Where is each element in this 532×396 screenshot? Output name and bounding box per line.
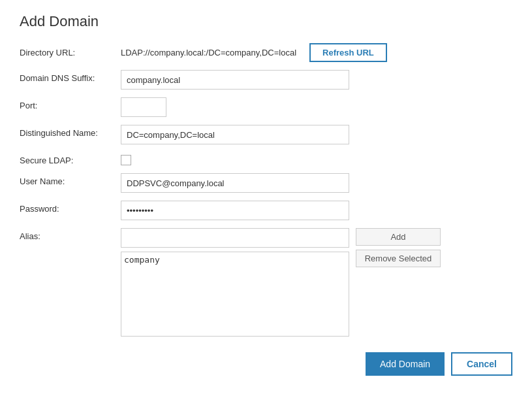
alias-buttons: Add Remove Selected — [356, 228, 441, 267]
password-label: Password: — [20, 201, 121, 214]
alias-row: Alias: Add Remove Selected — [20, 228, 512, 337]
alias-listbox[interactable] — [121, 252, 349, 337]
secure-ldap-control — [121, 152, 131, 165]
domain-dns-suffix-row: Domain DNS Suffix: — [20, 70, 512, 90]
user-name-label: User Name: — [20, 173, 121, 186]
port-control — [121, 97, 349, 117]
cancel-button[interactable]: Cancel — [451, 352, 512, 376]
distinguished-name-row: Distinguished Name: — [20, 125, 512, 144]
port-row: Port: — [20, 97, 512, 117]
password-input[interactable] — [121, 201, 349, 220]
domain-dns-suffix-label: Domain DNS Suffix: — [20, 70, 121, 83]
password-row: Password: — [20, 201, 512, 220]
directory-url-value: LDAP://company.local:/DC=company,DC=loca… — [121, 48, 296, 58]
remove-selected-button[interactable]: Remove Selected — [356, 250, 441, 267]
alias-label: Alias: — [20, 228, 121, 241]
directory-url-label: Directory URL: — [20, 48, 121, 58]
distinguished-name-input[interactable] — [121, 125, 349, 144]
port-label: Port: — [20, 97, 121, 110]
user-name-row: User Name: — [20, 173, 512, 193]
domain-dns-suffix-input[interactable] — [121, 70, 349, 90]
domain-dns-suffix-control — [121, 70, 349, 90]
refresh-url-button[interactable]: Refresh URL — [309, 43, 387, 62]
directory-url-row: Directory URL: LDAP://company.local:/DC=… — [20, 43, 512, 62]
page-title: Add Domain — [20, 13, 512, 30]
add-domain-button[interactable]: Add Domain — [366, 352, 445, 376]
secure-ldap-row: Secure LDAP: — [20, 152, 512, 165]
distinguished-name-label: Distinguished Name: — [20, 125, 121, 138]
user-name-input[interactable] — [121, 173, 349, 193]
port-input[interactable] — [121, 97, 166, 117]
password-control — [121, 201, 349, 220]
secure-ldap-checkbox[interactable] — [121, 155, 131, 165]
add-button[interactable]: Add — [356, 228, 441, 246]
user-name-control — [121, 173, 349, 193]
distinguished-name-control — [121, 125, 349, 144]
footer: Add Domain Cancel — [20, 352, 512, 376]
alias-left-panel — [121, 228, 349, 337]
alias-input[interactable] — [121, 228, 349, 248]
secure-ldap-label: Secure LDAP: — [20, 152, 121, 165]
